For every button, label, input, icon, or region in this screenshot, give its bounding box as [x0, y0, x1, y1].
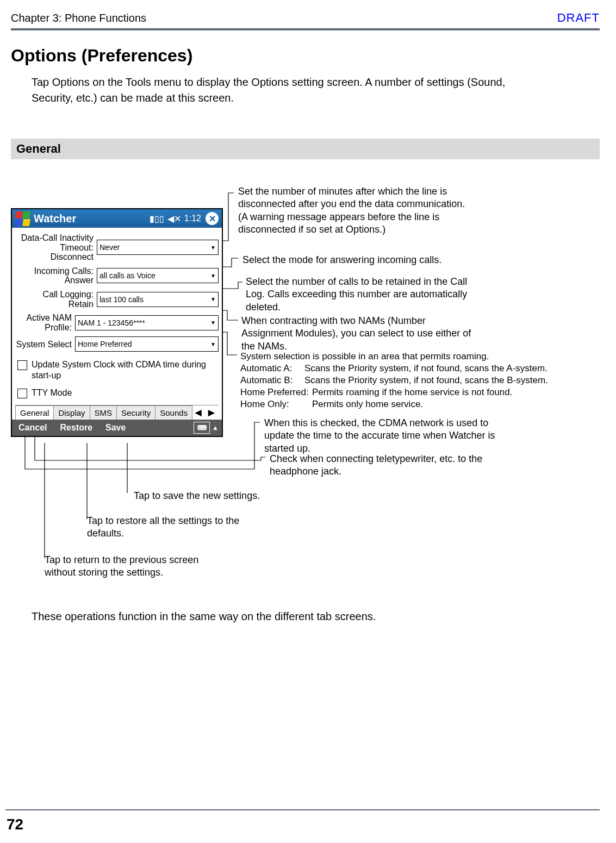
callout-timeout: Set the number of minutes after which th… — [238, 185, 472, 236]
chevron-down-icon: ▼ — [210, 296, 216, 302]
label-tty-mode: TTY Mode — [32, 388, 72, 398]
select-value: all calls as Voice — [99, 271, 155, 280]
tab-bar: General Display SMS Security Sounds ◀ ▶ — [15, 405, 219, 420]
key-home-pref: Home Preferred: — [240, 386, 309, 398]
header-rule — [11, 28, 600, 30]
section-heading: General — [11, 139, 600, 159]
menu-up-icon[interactable]: ▲ — [212, 424, 222, 432]
save-button[interactable]: Save — [99, 420, 132, 436]
app-title: Watcher — [34, 213, 76, 225]
callout-restore: Tap to restore all the settings to the d… — [87, 515, 250, 540]
key-home-only: Home Only: — [240, 398, 309, 410]
label-incoming-calls: Incoming Calls: Answer — [15, 266, 97, 285]
draft-watermark: DRAFT — [557, 11, 600, 25]
windows-logo-icon — [15, 211, 29, 226]
chevron-down-icon: ▼ — [210, 320, 216, 326]
callout-save: Tap to save the new settings. — [134, 490, 260, 502]
select-incoming-calls[interactable]: all calls as Voice ▼ — [97, 268, 219, 283]
page-title: Options (Preferences) — [11, 46, 600, 66]
select-value: last 100 calls — [99, 295, 144, 304]
tab-display[interactable]: Display — [53, 405, 90, 420]
val-home-only: Permits only home service. — [312, 398, 616, 410]
key-auto-b: Automatic B: — [240, 374, 301, 386]
tab-sms[interactable]: SMS — [90, 405, 117, 420]
footer-rule — [5, 809, 600, 810]
callout-nam: When contracting with two NAMs (Number A… — [241, 315, 475, 353]
speaker-icon: ◀✕ — [167, 214, 181, 224]
device-bottom-bar: Cancel Restore Save ⌨ ▲ — [12, 420, 222, 436]
key-auto-a: Automatic A: — [240, 363, 301, 374]
chevron-down-icon: ▼ — [210, 341, 216, 347]
label-update-clock: Update System Clock with CDMA time durin… — [32, 359, 216, 381]
checkbox-tty-mode[interactable] — [17, 389, 27, 398]
tab-general[interactable]: General — [15, 405, 54, 420]
callout-cancel: Tap to return to the previous screen wit… — [45, 554, 224, 579]
callout-tty: Check when connecting teletypewriter, et… — [270, 453, 503, 478]
label-system-select: System Select — [15, 340, 75, 349]
select-data-call-timeout[interactable]: Never ▼ — [97, 240, 219, 255]
val-auto-b: Scans the Priority system, if not found,… — [304, 374, 616, 386]
val-auto-a: Scans the Priority system, if not found,… — [304, 363, 616, 374]
chevron-down-icon: ▼ — [210, 273, 216, 279]
close-icon[interactable]: ✕ — [206, 212, 219, 225]
select-value: Home Preferred — [78, 340, 132, 348]
callout-call-logging: Select the number of calls to be retaine… — [246, 276, 474, 314]
status-area: ▮▯▯ ◀✕ 1:12 — [150, 214, 201, 224]
device-screenshot: Watcher ▮▯▯ ◀✕ 1:12 ✕ Data-Call Inactivi… — [11, 208, 223, 437]
select-call-logging[interactable]: last 100 calls ▼ — [97, 292, 219, 307]
restore-button[interactable]: Restore — [53, 420, 99, 436]
signal-icon: ▮▯▯ — [150, 214, 164, 224]
cancel-button[interactable]: Cancel — [12, 420, 53, 436]
page-number: 72 — [7, 816, 23, 833]
tab-security[interactable]: Security — [116, 405, 155, 420]
keyboard-icon[interactable]: ⌨ — [194, 422, 210, 434]
callout-answer-mode: Select the mode for answering incoming c… — [242, 254, 441, 266]
callout-system-select: System selection is possible in an area … — [240, 351, 616, 410]
tab-scroll-left-icon[interactable]: ◀ — [192, 405, 205, 420]
device-titlebar: Watcher ▮▯▯ ◀✕ 1:12 ✕ — [12, 209, 222, 228]
tab-scroll-right-icon[interactable]: ▶ — [205, 405, 218, 420]
label-data-call-timeout: Data-Call Inactivity Timeout: Disconnect — [15, 233, 97, 262]
label-call-logging: Call Logging: Retain — [15, 290, 97, 309]
chevron-down-icon: ▼ — [210, 245, 216, 251]
closing-note: These operations function in the same wa… — [32, 610, 376, 623]
select-value: NAM 1 - 123456**** — [78, 319, 145, 327]
clock-text: 1:12 — [184, 214, 201, 223]
select-system-select[interactable]: Home Preferred ▼ — [75, 336, 219, 352]
label-active-nam: Active NAM Profile: — [15, 313, 75, 332]
val-home-pref: Permits roaming if the home service is n… — [312, 386, 616, 398]
callout-clock-sync: When this is checked, the CDMA network i… — [264, 417, 498, 455]
checkbox-update-clock[interactable] — [17, 360, 27, 370]
callout-system-head: System selection is possible in an area … — [240, 351, 616, 363]
intro-paragraph: Tap Options on the Tools menu to display… — [32, 74, 540, 106]
select-active-nam[interactable]: NAM 1 - 123456**** ▼ — [75, 315, 219, 330]
chapter-label: Chapter 3: Phone Functions — [11, 12, 146, 24]
tab-sounds[interactable]: Sounds — [155, 405, 192, 420]
select-value: Never — [99, 243, 120, 252]
annotated-diagram: Watcher ▮▯▯ ◀✕ 1:12 ✕ Data-Call Inactivi… — [11, 189, 600, 678]
